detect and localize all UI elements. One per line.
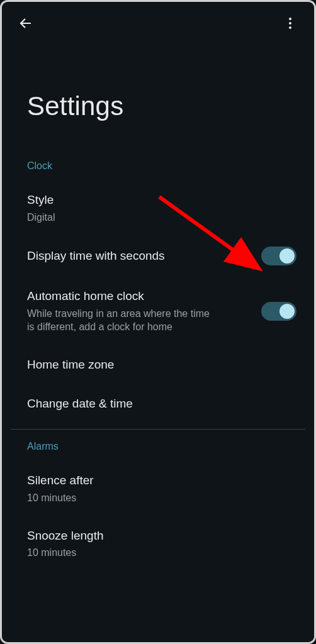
top-bar xyxy=(2,2,314,41)
svg-point-3 xyxy=(289,26,291,29)
change-dt-title: Change date & time xyxy=(27,396,296,412)
row-snooze-length[interactable]: Snooze length 10 minutes xyxy=(2,516,314,571)
row-silence-after[interactable]: Silence after 10 minutes xyxy=(2,461,314,516)
row-change-date-time[interactable]: Change date & time xyxy=(2,384,314,423)
auto-home-title: Automatic home clock xyxy=(27,288,252,304)
section-divider xyxy=(11,429,305,430)
silence-title: Silence after xyxy=(27,472,296,489)
svg-point-2 xyxy=(289,22,291,25)
row-home-time-zone[interactable]: Home time zone xyxy=(2,345,314,384)
more-vert-icon xyxy=(283,16,298,31)
row-style[interactable]: Style Digital xyxy=(2,180,314,235)
snooze-title: Snooze length xyxy=(27,528,296,544)
snooze-value: 10 minutes xyxy=(27,546,296,560)
back-button[interactable] xyxy=(13,11,38,36)
display-seconds-title: Display time with seconds xyxy=(27,248,252,264)
style-title: Style xyxy=(27,192,296,208)
more-button[interactable] xyxy=(278,11,303,36)
arrow-back-icon xyxy=(18,16,33,31)
style-value: Digital xyxy=(27,211,296,225)
section-header-clock: Clock xyxy=(2,152,314,180)
display-seconds-toggle[interactable] xyxy=(261,247,296,265)
auto-home-toggle[interactable] xyxy=(261,302,296,321)
auto-home-desc: While traveling in an area where the tim… xyxy=(27,307,216,334)
page-title: Settings xyxy=(2,41,314,152)
row-display-seconds[interactable]: Display time with seconds xyxy=(2,235,314,277)
section-header-alarms: Alarms xyxy=(2,432,314,461)
home-tz-title: Home time zone xyxy=(27,357,296,373)
row-auto-home-clock[interactable]: Automatic home clock While traveling in … xyxy=(2,277,314,345)
svg-point-1 xyxy=(289,18,291,20)
silence-value: 10 minutes xyxy=(27,491,296,505)
